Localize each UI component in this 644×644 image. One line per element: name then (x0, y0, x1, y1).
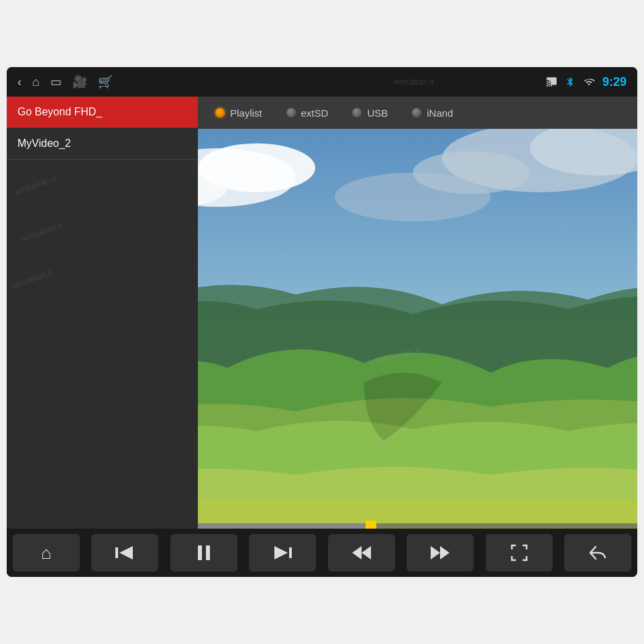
video-progress-bar[interactable] (198, 523, 637, 529)
camera-nav-icon[interactable]: 🎥 (72, 74, 87, 89)
wifi-icon (582, 76, 596, 87)
svg-point-7 (335, 172, 491, 221)
next-icon (273, 545, 292, 561)
playlist-tab-label: Playlist (230, 107, 262, 119)
prev-icon (115, 545, 134, 561)
tab-inand[interactable]: iNand (402, 103, 462, 123)
svg-marker-18 (440, 546, 449, 559)
status-icons: 9:29 (546, 75, 627, 89)
nav-controls: ‹ ⌂ ▭ 🎥 🛒 (17, 74, 282, 89)
main-content: Go Beyond FHD_ MyVideo_2 wincairan.ir wi… (7, 97, 637, 577)
svg-marker-14 (274, 546, 288, 559)
extsd-tab-label: extSD (301, 107, 329, 119)
recents-nav-icon[interactable]: ▭ (50, 74, 62, 89)
fastforward-button[interactable] (407, 534, 474, 572)
cast-icon (546, 76, 558, 88)
back-button[interactable] (564, 534, 631, 572)
status-bar: ‹ ⌂ ▭ 🎥 🛒 wincairan.ir 9:29 (7, 67, 637, 97)
back-nav-icon[interactable]: ‹ (17, 75, 21, 89)
pause-icon (197, 544, 211, 561)
home-button[interactable]: ⌂ (13, 534, 80, 572)
watermark-1: wincairan.ir (13, 172, 58, 197)
next-button[interactable] (249, 534, 316, 572)
rewind-button[interactable] (328, 534, 395, 572)
svg-rect-9 (115, 547, 118, 558)
tab-usb[interactable]: USB (343, 103, 397, 123)
progress-thumb[interactable] (366, 521, 376, 529)
pause-button[interactable] (170, 534, 237, 572)
svg-marker-15 (352, 546, 362, 559)
fullscreen-icon (511, 544, 528, 561)
svg-marker-17 (431, 546, 440, 559)
inand-dot (412, 108, 421, 117)
playlist-item-0[interactable]: Go Beyond FHD_ (7, 97, 198, 128)
watermark-2: wincairan.ir (19, 219, 64, 244)
playlist-panel: Go Beyond FHD_ MyVideo_2 wincairan.ir wi… (7, 97, 198, 529)
extsd-dot (286, 108, 296, 117)
svg-rect-12 (206, 545, 210, 560)
tab-extsd[interactable]: extSD (277, 103, 338, 123)
home-icon: ⌂ (41, 543, 52, 564)
tab-playlist[interactable]: Playlist (206, 103, 272, 123)
source-tabs: Playlist extSD USB iNand (198, 97, 637, 129)
playlist-item-1[interactable]: MyVideo_2 (7, 128, 198, 160)
device-frame: ‹ ⌂ ▭ 🎥 🛒 wincairan.ir 9:29 (7, 67, 637, 577)
video-thumbnail: wincairan.ir wincairan.ir (198, 129, 637, 529)
bag-nav-icon[interactable]: 🛒 (98, 74, 113, 89)
fullscreen-button[interactable] (486, 534, 553, 572)
video-player[interactable]: wincairan.ir wincairan.ir (198, 129, 637, 529)
progress-fill (198, 523, 374, 529)
usb-dot (352, 108, 362, 117)
controls-bar: ⌂ (7, 529, 637, 577)
ffwd-icon (430, 545, 450, 560)
rewind-icon (352, 545, 372, 560)
playlist-dot (215, 108, 225, 117)
svg-rect-13 (289, 547, 292, 558)
watermark-status: wincairan.ir (282, 77, 546, 87)
clock-display: 9:29 (602, 75, 627, 89)
inand-tab-label: iNand (427, 107, 453, 119)
svg-marker-16 (362, 546, 371, 559)
svg-marker-10 (119, 546, 133, 559)
svg-rect-11 (198, 545, 202, 560)
usb-tab-label: USB (367, 107, 388, 119)
previous-button[interactable] (91, 534, 158, 572)
watermark-3: wincairan.ir (9, 266, 54, 291)
right-section: Playlist extSD USB iNand (198, 97, 637, 529)
back-icon (589, 545, 606, 560)
top-section: Go Beyond FHD_ MyVideo_2 wincairan.ir wi… (7, 97, 637, 529)
bluetooth-icon (565, 76, 576, 88)
home-nav-icon[interactable]: ⌂ (32, 75, 40, 89)
